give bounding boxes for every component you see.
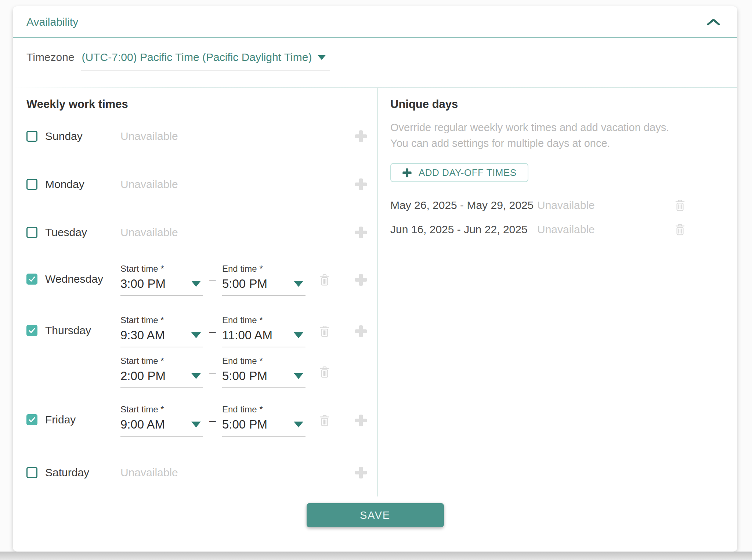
end-time-value[interactable]: 5:00 PM [222,369,306,388]
day-body: Unavailable [120,208,377,256]
unique-days-section: Unique days Override regular weekly work… [377,88,737,496]
save-button[interactable]: SAVE [307,503,444,527]
start-time-label: Start time * [120,264,203,274]
add-time-slot-button[interactable] [354,413,368,427]
start-time-select[interactable]: Start time * 2:00 PM [120,356,203,388]
time-slot: Start time * 9:30 AM – End time * 11:00 … [120,315,377,347]
trash-icon [673,198,687,213]
weekly-title: Weekly work times [26,98,377,111]
day-left: Saturday [26,466,120,479]
end-time-select[interactable]: End time * 5:00 PM [222,356,306,388]
day-checkbox[interactable] [26,467,37,478]
day-label: Tuesday [45,226,87,239]
weekly-day-row: Monday Unavailable [26,160,377,208]
day-left: Friday [26,397,120,442]
start-time-label: Start time * [120,356,203,366]
trash-icon [318,365,331,379]
weekly-work-times-section: Weekly work times Sunday Unavailable [13,88,377,496]
end-time-value[interactable]: 5:00 PM [222,277,306,296]
timezone-value: (UTC-7:00) Pacific Time (Pacific Dayligh… [82,49,312,65]
unique-days-title: Unique days [390,98,723,111]
timezone-select[interactable]: (UTC-7:00) Pacific Time (Pacific Dayligh… [81,49,330,71]
start-time-select[interactable]: Start time * 9:00 AM [120,404,203,437]
end-time-select[interactable]: End time * 5:00 PM [222,404,306,437]
checkmark-icon [28,326,36,335]
caret-down-icon [191,422,201,427]
plus-icon [354,273,368,287]
day-checkbox[interactable] [26,274,37,285]
day-off-status: Unavailable [537,199,595,212]
day-checkbox[interactable] [26,227,37,238]
delete-slot-button[interactable] [318,413,331,428]
day-off-range: May 26, 2025 - May 29, 2025 [390,199,537,212]
day-label: Wednesday [45,273,103,285]
weekly-days: Sunday Unavailable Monday Unavailable [26,112,377,496]
start-time-value[interactable]: 9:00 AM [120,418,203,437]
add-day-off-times-button[interactable]: ADD DAY-OFF TIMES [390,163,528,182]
day-checkbox[interactable] [26,179,37,190]
weekly-day-row: Sunday Unavailable [26,112,377,160]
time-slot: Start time * 2:00 PM – End time * 5:00 P… [120,356,377,388]
save-row: SAVE [13,503,737,527]
weekly-day-row: Friday Start time * 9:00 AM – End time *… [26,397,377,448]
time-range-separator: – [203,273,222,287]
start-time-select[interactable]: Start time * 3:00 PM [120,264,203,296]
delete-slot-button[interactable] [318,324,331,339]
delete-slot-button[interactable] [318,365,331,379]
day-body: Unavailable [120,112,377,160]
day-checkbox[interactable] [26,325,37,336]
start-time-value[interactable]: 9:30 AM [120,328,203,347]
caret-down-icon [191,281,201,287]
add-time-slot-button[interactable] [354,129,368,143]
end-time-select[interactable]: End time * 11:00 AM [222,315,306,347]
caret-down-icon [318,55,326,60]
unavailable-text: Unavailable [120,226,178,239]
end-time-value[interactable]: 5:00 PM [222,418,306,437]
day-left: Monday [26,178,120,191]
caret-down-icon [294,373,303,379]
caret-down-icon [191,373,201,379]
checkmark-icon [28,416,36,424]
weekly-day-row: Tuesday Unavailable [26,208,377,256]
day-left: Thursday [26,308,120,353]
timezone-row: Timezone (UTC-7:00) Pacific Time (Pacifi… [26,49,724,71]
start-time-value[interactable]: 3:00 PM [120,277,203,296]
day-body: Start time * 9:30 AM – End time * 11:00 … [120,308,377,397]
plus-icon [354,129,368,143]
page-background-strip [0,552,752,560]
end-time-label: End time * [222,315,306,325]
trash-icon [318,272,331,287]
panel-title: Availability [26,16,705,28]
plus-icon [402,168,412,178]
checkmark-icon [28,275,36,283]
day-checkbox[interactable] [26,131,37,142]
delete-day-off-button[interactable] [673,222,687,237]
day-left: Sunday [26,130,120,142]
add-time-slot-button[interactable] [354,324,368,338]
time-range-separator: – [203,414,222,427]
add-day-off-label: ADD DAY-OFF TIMES [419,167,517,178]
start-time-value[interactable]: 2:00 PM [120,369,203,388]
day-body: Unavailable [120,160,377,208]
day-label: Friday [45,413,76,426]
unavailable-text: Unavailable [120,178,178,191]
caret-down-icon [294,281,303,287]
time-range-separator: – [203,325,222,338]
panel-header: Availability [13,6,737,38]
end-time-select[interactable]: End time * 5:00 PM [222,264,306,296]
day-checkbox[interactable] [26,414,37,425]
delete-slot-button[interactable] [318,272,331,287]
add-time-slot-button[interactable] [354,177,368,191]
day-body: Start time * 9:00 AM – End time * 5:00 P… [120,397,377,445]
end-time-label: End time * [222,356,306,366]
start-time-select[interactable]: Start time * 9:30 AM [120,315,203,347]
add-time-slot-button[interactable] [354,273,368,287]
delete-day-off-button[interactable] [673,198,687,213]
weekly-day-row: Saturday Unavailable [26,448,377,496]
add-time-slot-button[interactable] [354,225,368,239]
add-time-slot-button[interactable] [354,466,368,480]
caret-down-icon [191,332,201,338]
plus-icon [354,177,368,191]
collapse-panel-button[interactable] [705,16,722,28]
end-time-value[interactable]: 11:00 AM [222,328,306,347]
